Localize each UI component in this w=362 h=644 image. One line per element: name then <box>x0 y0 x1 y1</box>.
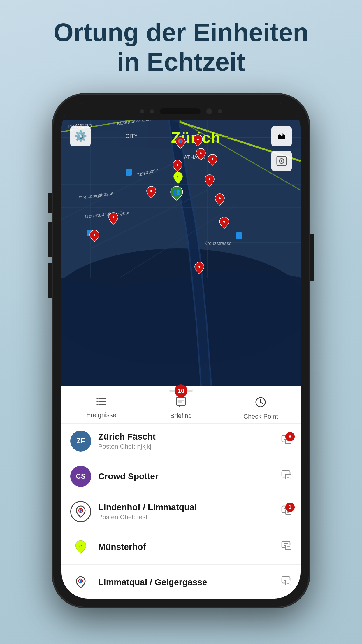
svg-text:👥: 👥 <box>173 188 180 195</box>
map-pin-11[interactable]: ● <box>89 230 100 244</box>
svg-text:●: ● <box>150 188 152 193</box>
svg-rect-20 <box>236 232 242 239</box>
map-type-button[interactable]: 🏔 <box>271 126 292 146</box>
test-fl-label: TestFL <box>67 124 82 130</box>
svg-text:●: ● <box>223 219 225 224</box>
chat-button-crowd[interactable] <box>281 470 292 483</box>
list-item-title-crowd: Crowd Spotter <box>98 471 274 481</box>
list-item-title-limmatquai: Limmatquai / Geigergasse <box>98 577 274 587</box>
map-pin-3[interactable]: ● <box>196 148 206 162</box>
badge-zurich: 8 <box>285 432 295 441</box>
list-item-zurich-fascht[interactable]: ZF Zürich Fäscht Posten Chef: njkjkj 8 <box>61 424 301 459</box>
locate-icon <box>276 156 287 166</box>
svg-text:●: ● <box>219 196 221 200</box>
list-item-text-lindenhof: Lindenhof / Limmatquai Posten Chef: test <box>98 502 274 521</box>
svg-rect-46 <box>177 397 185 405</box>
tab-briefing-label: Briefing <box>170 412 192 420</box>
notch-dot-extra <box>218 109 222 113</box>
svg-text:⌂: ⌂ <box>79 543 82 549</box>
list-item-munsterhof[interactable]: ⌂ Münsterhof <box>61 529 301 565</box>
briefing-icon <box>175 397 187 410</box>
badge-lindenhof: 1 <box>285 503 295 512</box>
phone-notch <box>61 103 301 120</box>
svg-text:●: ● <box>198 264 201 269</box>
avatar-limmatquai: 👤 <box>70 572 91 593</box>
tab-ereignisse[interactable]: Ereignisse <box>61 397 141 420</box>
notch-speaker <box>160 108 201 114</box>
map-pin-6[interactable]: ● <box>204 174 215 188</box>
list-item-sub-zurich: Posten Chef: njkjkj <box>98 443 274 450</box>
svg-text:⌂: ⌂ <box>177 174 180 179</box>
power-button <box>310 234 314 281</box>
chat-icon-munsterhof <box>281 541 292 551</box>
chat-icon-crowd <box>281 470 292 481</box>
svg-text:●: ● <box>200 150 202 155</box>
notch-camera <box>206 108 212 114</box>
list-item-text-crowd: Crowd Spotter <box>98 471 274 481</box>
list-item-limmatquai[interactable]: 👤 Limmatquai / Geigergasse <box>61 565 301 598</box>
chat-button-munsterhof[interactable] <box>281 541 292 553</box>
tab-briefing[interactable]: Briefing <box>141 397 221 420</box>
map-pin-12[interactable]: ● <box>194 262 205 276</box>
svg-text:●: ● <box>208 177 211 181</box>
notification-badge: 10 <box>175 384 187 397</box>
svg-text:👤: 👤 <box>79 509 83 513</box>
gear-icon: ⚙️ <box>74 130 87 142</box>
drag-handle-area: 10 <box>61 390 301 392</box>
list-item-text-munsterhof: Münsterhof <box>98 542 274 552</box>
avatar-lindenhof: 👤 <box>70 501 91 522</box>
tab-checkpoint-label: Check Point <box>243 413 278 420</box>
volume-up-button <box>48 222 52 257</box>
event-list: ZF Zürich Fäscht Posten Chef: njkjkj 8 C… <box>61 424 301 598</box>
svg-text:👤: 👤 <box>79 579 83 583</box>
list-item-title-lindenhof: Lindenhof / Limmatquai <box>98 502 274 512</box>
avatar-zf: ZF <box>70 430 91 452</box>
chat-icon-limmatquai <box>281 576 292 587</box>
list-item-text-zurich: Zürich Fäscht Posten Chef: njkjkj <box>98 432 274 450</box>
map-pin-4[interactable]: ● <box>207 154 218 168</box>
svg-text:●: ● <box>176 162 179 167</box>
notch-dot-right <box>150 109 154 113</box>
list-icon <box>96 397 107 409</box>
list-item-crowd-spotter[interactable]: CS Crowd Spotter <box>61 459 301 494</box>
map-pin-10[interactable]: ● <box>219 216 229 230</box>
clock-icon <box>255 397 266 410</box>
city-label: CITY <box>126 133 138 139</box>
yellow-house-pin[interactable]: ⌂ <box>172 171 184 186</box>
tab-ereignisse-label: Ereignisse <box>86 411 116 419</box>
map-view[interactable]: LANGSTRASSE WERD CITY ATHAUS Kasernenstr… <box>61 103 301 400</box>
locate-button[interactable] <box>271 151 292 171</box>
map-pin-2[interactable]: ● <box>193 134 203 148</box>
volume-down-button <box>48 263 52 298</box>
svg-rect-61 <box>285 474 291 479</box>
map-pin-7[interactable]: ● <box>146 186 157 200</box>
map-pin-9[interactable]: ● <box>108 212 119 226</box>
svg-rect-76 <box>285 545 291 550</box>
bottom-panel: 10 Ereignisse Briefing <box>61 386 301 598</box>
list-item-text-limmatquai: Limmatquai / Geigergasse <box>98 577 274 587</box>
green-cluster-pin[interactable]: 👥 <box>169 186 184 202</box>
list-item-title-zurich: Zürich Fäscht <box>98 432 274 442</box>
svg-point-24 <box>281 160 282 162</box>
svg-line-51 <box>261 402 263 404</box>
tab-checkpoint[interactable]: Check Point <box>221 397 301 420</box>
map-pin-8[interactable]: ● <box>215 193 225 207</box>
svg-rect-84 <box>285 580 291 585</box>
map-pin-1[interactable]: 👤 <box>175 136 186 150</box>
chat-button-zurich[interactable]: 8 <box>281 435 292 447</box>
svg-text:●: ● <box>211 156 214 161</box>
list-item-lindenhof[interactable]: 👤 Lindenhof / Limmatquai Posten Chef: te… <box>61 494 301 529</box>
chat-button-lindenhof[interactable]: 1 <box>281 505 292 518</box>
phone-screen: LANGSTRASSE WERD CITY ATHAUS Kasernenstr… <box>61 103 301 598</box>
svg-rect-19 <box>126 169 132 176</box>
list-item-title-munsterhof: Münsterhof <box>98 542 274 552</box>
chat-button-limmatquai[interactable] <box>281 576 292 589</box>
svg-text:●: ● <box>197 137 199 141</box>
page-title: Ortung der Einheiten in Echtzeit <box>36 18 326 76</box>
svg-text:👤: 👤 <box>178 139 183 144</box>
map-type-icon: 🏔 <box>278 132 285 141</box>
avatar-munsterhof: ⌂ <box>70 536 91 557</box>
notch-dot-left <box>140 109 144 113</box>
phone-mockup: LANGSTRASSE WERD CITY ATHAUS Kasernenstr… <box>53 94 309 607</box>
avatar-cs: CS <box>70 466 91 487</box>
